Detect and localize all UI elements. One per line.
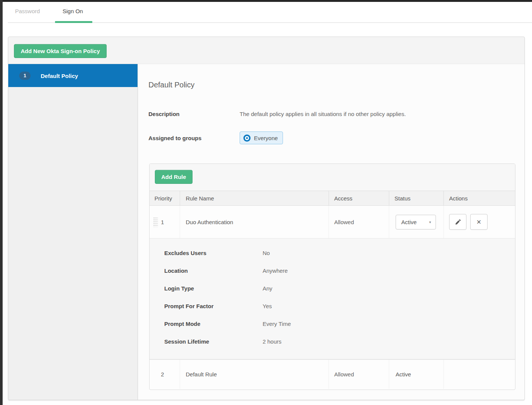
group-chip-label: Everyone (254, 135, 278, 141)
detail-row-prompt-for-factor: Prompt For Factor Yes (150, 297, 515, 315)
detail-value: Yes (263, 303, 272, 309)
detail-label: Prompt For Factor (164, 303, 214, 309)
rule-row-default-rule: 2 Default Rule Allowed Active (150, 359, 515, 389)
column-header-rule-name: Rule Name (180, 191, 329, 205)
rule-access-cell: Allowed (329, 360, 389, 389)
status-dropdown[interactable]: Active ▾ (396, 215, 436, 229)
active-tab-indicator (55, 21, 92, 23)
sign-on-policy-panel: Add New Okta Sign-on Policy 1 Default Po… (8, 37, 525, 400)
detail-row-location: Location Anywhere (150, 261, 515, 279)
detail-value: Any (263, 285, 272, 291)
group-circle-icon (243, 134, 251, 142)
rule-priority-cell: 1 (150, 206, 180, 238)
column-header-actions: Actions (444, 191, 515, 205)
detail-value: 2 hours (263, 338, 281, 344)
status-dropdown-value: Active (401, 219, 417, 225)
rules-card-header: Add Rule (150, 164, 515, 191)
rule-actions-cell (444, 360, 515, 389)
description-label: Description (148, 111, 180, 117)
rules-card: Add Rule Priority Rule Name Access Statu… (149, 164, 515, 390)
window-frame-left (0, 0, 3, 405)
column-header-priority: Priority (150, 191, 180, 205)
policy-detail-pane: Default Policy Description The default p… (138, 64, 524, 400)
drag-handle-icon[interactable] (153, 217, 158, 227)
rule-priority-cell: 2 (150, 360, 180, 389)
column-header-status: Status (389, 191, 444, 205)
policy-list: 1 Default Policy (8, 64, 138, 400)
add-policy-button[interactable]: Add New Okta Sign-on Policy (14, 44, 107, 58)
rule-details-section: Excludes Users No Location Anywhere Logi… (150, 238, 515, 359)
detail-label: Excludes Users (164, 249, 206, 256)
detail-label: Prompt Mode (164, 320, 200, 327)
rule-actions-cell: ✕ (444, 206, 515, 238)
status-text: Active (396, 371, 411, 377)
x-icon: ✕ (476, 219, 481, 226)
edit-rule-button[interactable] (449, 214, 466, 230)
rules-table-header: Priority Rule Name Access Status Actions (150, 191, 515, 206)
detail-label: Session Lifetime (164, 338, 209, 344)
rule-name-cell: Default Rule (180, 360, 329, 389)
rule-status-cell: Active (389, 360, 444, 389)
rule-status-cell: Active ▾ (389, 206, 444, 238)
detail-row-login-type: Login Type Any (150, 279, 515, 297)
detail-value: Every Time (263, 320, 291, 327)
detail-row-excludes-users: Excludes Users No (150, 244, 515, 261)
tab-bar: Password Sign On (3, 2, 532, 37)
detail-label: Location (164, 267, 188, 274)
page-title: Default Policy (148, 81, 194, 89)
detail-value: Anywhere (263, 267, 288, 274)
rule-priority-value: 1 (161, 219, 164, 225)
rule-row-duo-authentication: 1 Duo Authentication Allowed Active ▾ (150, 206, 515, 238)
policy-priority-badge: 1 (19, 72, 31, 80)
detail-label: Login Type (164, 285, 194, 291)
assigned-groups-label: Assigned to groups (148, 135, 202, 141)
policy-list-item-default[interactable]: 1 Default Policy (8, 64, 138, 87)
tab-sign-on[interactable]: Sign On (63, 8, 83, 14)
column-header-access: Access (329, 191, 389, 205)
policy-name-label: Default Policy (41, 72, 78, 79)
description-value: The default policy applies in all situat… (240, 111, 406, 117)
group-chip-everyone[interactable]: Everyone (240, 131, 283, 144)
detail-value: No (263, 249, 270, 256)
rule-name-cell: Duo Authentication (180, 206, 329, 238)
rule-priority-value: 2 (161, 371, 164, 377)
okta-policy-screen: Password Sign On Add New Okta Sign-on Po… (0, 0, 532, 405)
detail-row-prompt-mode: Prompt Mode Every Time (150, 315, 515, 332)
rule-access-cell: Allowed (329, 206, 389, 238)
add-rule-button[interactable]: Add Rule (155, 170, 193, 184)
tab-password[interactable]: Password (15, 8, 40, 14)
detail-row-session-lifetime: Session Lifetime 2 hours (150, 332, 515, 350)
pencil-icon (455, 219, 461, 225)
chevron-down-icon: ▾ (429, 220, 431, 224)
delete-rule-button[interactable]: ✕ (470, 214, 488, 230)
